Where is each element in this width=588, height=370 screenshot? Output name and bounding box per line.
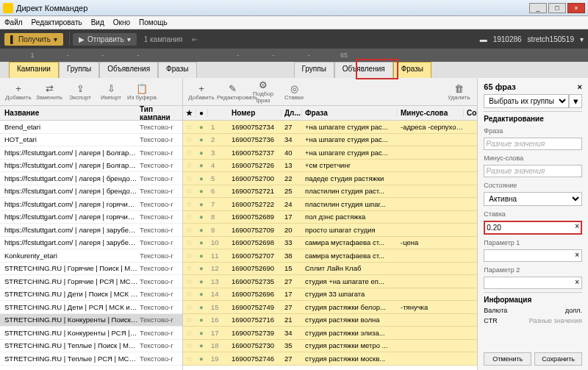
tab-Группы[interactable]: Группы [294,62,334,78]
left-table-head: Название Тип кампани [0,106,182,121]
menu-Редактировать[interactable]: Редактировать [32,18,82,26]
campaign-row[interactable]: STRETCHING.RU | Дети | Поиск | МСК и обл… [0,288,182,302]
campaign-row[interactable]: Brend_etariТекстово-г [0,121,182,134]
save-button[interactable]: Сохранить [534,352,582,366]
tab-Объявления[interactable]: Объявления [99,62,158,78]
campaign-row[interactable]: STRETCHING.RU | Горячие | РСЯ | МСК и о.… [0,275,182,288]
menu-Окно[interactable]: Окно [113,18,130,26]
tbtn-Ставки[interactable]: ◎Ставки [279,83,309,101]
close-panel-icon[interactable]: × [578,82,582,91]
maximize-button[interactable]: □ [548,3,566,13]
collapse-icon[interactable]: ⇤ [192,35,198,43]
minimize-button[interactable]: _ [529,3,547,13]
col-head[interactable]: Фраза [302,109,398,117]
col-head[interactable]: Дл... [282,109,302,117]
phrase-row[interactable]: ☆●121690075269015Сплит Лайн Клаб [183,263,477,276]
tbtn-Экспорт[interactable]: ⇪Экспорт [65,83,96,101]
campaign-row[interactable]: STRETCHING.RU | Конкуренты | РСЯ | М...Т… [0,327,182,340]
col-type[interactable]: Тип кампани [138,105,182,121]
phrase-row[interactable]: ☆●81690075268917пол дэнс растяжка [183,211,477,224]
select-groups-dropdown[interactable]: ▾ [569,94,582,108]
col-name[interactable]: Название [0,109,138,117]
user-dropdown-icon[interactable]: ▾ [580,35,584,43]
param1-input[interactable] [484,249,582,262]
rate-input[interactable] [484,221,582,235]
phrase-row[interactable]: ☆●161690075271621студия растяжки волна [183,314,477,327]
phrase-row[interactable]: ☆●111690075270738самира мустафаева ст... [183,249,477,263]
campaign-row[interactable]: https://fcstuttgart.com/ | лагеря | зару… [0,224,182,237]
col-head[interactable]: ● [196,109,208,117]
phrase-row[interactable]: ☆●31690075273740+на шпагате студия рас..… [183,146,477,160]
phrase-row[interactable]: ☆●181690075273035студия растяжки метро .… [183,340,477,353]
delete-button[interactable]: 🗑Удалить [443,83,474,101]
campaign-row[interactable]: https://fcstuttgart.com/ | лагеря | Болг… [0,146,182,160]
phrase-row[interactable]: ☆●141690075269617студия 33 шпагата [183,288,477,302]
tbtn-Добавить[interactable]: +Добавить [3,83,34,101]
tbtn-Заменить[interactable]: ⇄Заменить [34,83,65,101]
right-panel: 65 фраз× Выбрать их группы ▾ Редактирова… [478,78,588,370]
menu-Вид[interactable]: Вид [91,18,104,26]
user-name[interactable]: stretch150519 [528,35,574,43]
col-head[interactable]: Минус-слова [398,109,464,117]
tab-Фразы[interactable]: Фразы [393,62,431,78]
tab-Объявления[interactable]: Объявления [334,62,393,78]
phrase-row[interactable]: ☆●51690075270022падеде студия растяжки [183,172,477,185]
phrase-row[interactable]: ☆●11690075273427+на шпагате студия рас..… [183,121,477,134]
col-head[interactable]: Co [464,109,477,117]
campaign-row[interactable]: STRETCHING.RU | Горячие | Поиск | МСК и … [0,263,182,276]
cancel-button[interactable]: Отменить [484,352,531,366]
campaign-row[interactable]: STRETCHING.RU | Конкуренты | Поиск | М..… [0,314,182,327]
phrase-row[interactable]: ☆●41690075272613+см стретчинг [183,160,477,173]
phrase-row[interactable]: ☆●101690075269833самира мустафаева ст...… [183,237,477,250]
campaign-row[interactable]: https://fcstuttgart.com/ | лагеря | брен… [0,185,182,199]
param2-input[interactable] [484,277,582,289]
get-button[interactable]: ▌ Получить ▾ [4,33,63,46]
menu-Помощь[interactable]: Помощь [139,18,168,26]
label-state: Состояние [484,182,582,189]
count-seg: 1 [15,51,50,59]
phrase-row[interactable]: ☆●151690075274927студия растяжки белор..… [183,301,477,314]
select-groups[interactable]: Выбрать их группы [484,94,569,108]
clear-rate-icon[interactable]: × [575,222,579,230]
clear-p1-icon[interactable]: × [575,251,579,259]
send-button[interactable]: ▶ Отправить ▾ [73,33,137,46]
tbtn-Импорт[interactable]: ⇩Импорт [96,83,126,101]
state-select[interactable]: Активна [484,192,582,206]
campaign-row[interactable]: https://fcstuttgart.com/ | лагеря | Болг… [0,160,182,173]
campaign-row[interactable]: Konkurenty_etariТекстово-г [0,249,182,263]
campaign-row[interactable]: https://fcstuttgart.com/ | лагеря | горя… [0,198,182,211]
phrase-row[interactable]: ☆●191690075274627студия растяжки москв..… [183,352,477,366]
tab-Кампании[interactable]: Кампании [9,62,59,78]
col-head[interactable]: Номер [229,109,282,117]
phrase-row[interactable]: ☆●61690075272125пластилин студия раст... [183,185,477,199]
tab-Группы[interactable]: Группы [59,62,99,78]
tbtn-Добавить[interactable]: +Добавить [186,83,217,101]
center-table-head: ★●НомерДл...ФразаМинус-словаCo [183,106,477,121]
phrase-row[interactable]: ☆●91690075270920просто шпагат студия [183,224,477,237]
phrase-row[interactable]: ☆●71690075272224пластилин студия шпаг... [183,198,477,211]
count-seg: - [291,51,326,59]
count-seg: 65 [326,51,362,59]
campaign-row[interactable]: https://fcstuttgart.com/ | лагеря | зару… [0,237,182,250]
campaign-row[interactable]: HOT_etariТекстово-г [0,134,182,147]
campaign-row[interactable]: STRETCHING.RU | Теплые | Поиск | МСК и .… [0,340,182,353]
phrase-row[interactable]: ☆●21690075273634+на шпагате студия рас..… [183,134,477,147]
phrase-row[interactable]: ☆●131690075273527студия +на шпагате еп..… [183,275,477,288]
campaign-row[interactable]: STRETCHING.RU | Дети | РСЯ | МСК и облТе… [0,301,182,314]
campaign-row[interactable]: https://fcstuttgart.com/ | лагеря | горя… [0,211,182,224]
menu-Файл[interactable]: Файл [4,18,23,26]
tbtn-Редактировать[interactable]: ✎Редактировать [217,83,248,101]
close-button[interactable]: × [567,3,585,13]
campaign-row[interactable]: STRETCHING.RU | Теплые | РСЯ | МСК и о..… [0,352,182,366]
phrase-row[interactable]: ☆●171690075273934студия растяжки элиза..… [183,327,477,340]
minus-input[interactable] [484,165,582,177]
phrase-input[interactable] [484,138,582,150]
clear-p2-icon[interactable]: × [575,278,579,286]
menubar: ФайлРедактироватьВидОкноПомощь [0,16,588,29]
campaign-row[interactable]: https://fcstuttgart.com/ | лагеря | брен… [0,172,182,185]
tab-Фразы[interactable]: Фразы [158,62,196,78]
center-toolbar: +Добавить✎Редактировать⚙Подбор фраз◎Став… [183,78,477,106]
col-head[interactable]: ★ [183,109,196,117]
tbtn-Из буфера[interactable]: 📋Из буфера [126,83,157,101]
tbtn-Подбор фраз[interactable]: ⚙Подбор фраз [248,79,279,104]
